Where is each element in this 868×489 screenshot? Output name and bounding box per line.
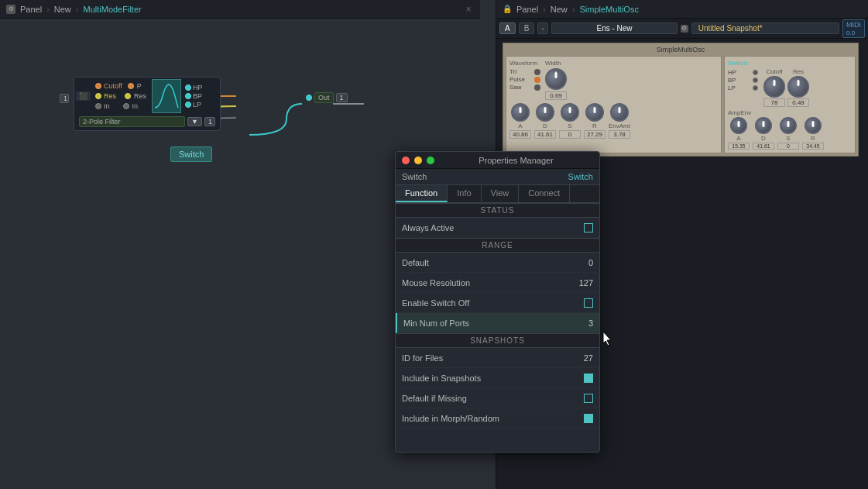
mmf-r-knob[interactable] xyxy=(805,117,822,134)
include-in-snapshots-label: Include in Snapshots xyxy=(402,374,481,383)
min-num-ports-row[interactable]: Min Num of Ports 3 xyxy=(396,313,599,333)
default-if-missing-row: Default if Missing xyxy=(396,388,599,408)
res-knob[interactable] xyxy=(787,76,809,98)
hp-led[interactable] xyxy=(753,70,758,75)
breadcrumb-module: MultiModeFilter xyxy=(84,5,142,14)
in-out-port[interactable] xyxy=(123,103,129,109)
right-breadcrumb-new: New xyxy=(551,5,568,14)
switch-node[interactable]: Switch xyxy=(170,146,212,162)
lp-led[interactable] xyxy=(753,85,758,91)
osc-section: Waveform Tri Pulse Saw Width 0.69 xyxy=(506,56,722,153)
a-knob[interactable] xyxy=(511,103,530,122)
include-in-morph-checkbox[interactable] xyxy=(584,414,593,423)
right-breadcrumb-module: SimpleMultiOsc xyxy=(580,5,639,14)
tab-minus[interactable]: - xyxy=(537,22,548,34)
snapshot-label[interactable]: Untitled Snapshot* xyxy=(691,22,839,34)
tab-view[interactable]: View xyxy=(482,185,520,202)
bp-port[interactable] xyxy=(185,93,191,99)
width-section: Width 0.69 xyxy=(545,60,567,100)
include-in-morph-row: Include in Morph/Random xyxy=(396,408,599,429)
midi-label: MIDI 0.0 xyxy=(842,19,865,38)
mmf-section: Switch HP BP LP Cutoff 78 Res xyxy=(724,56,856,153)
props-title: Properties Manager xyxy=(439,156,593,165)
snapshots-header: SNAPSHOTS xyxy=(396,333,599,348)
cutoff-port[interactable] xyxy=(95,83,101,89)
props-bottom-space xyxy=(396,429,599,452)
include-in-morph-label: Include in Morph/Random xyxy=(402,414,499,423)
lock-icon: 🔒 xyxy=(503,5,512,13)
pulse-led[interactable] xyxy=(534,77,540,83)
close-traffic-light[interactable] xyxy=(402,157,410,164)
mouse-resolution-label: Mouse Resolution xyxy=(402,278,470,288)
filter-module: ⬛ Cutoff P Res Res xyxy=(74,77,221,131)
range-header: RANGE xyxy=(396,238,599,253)
lp-port[interactable] xyxy=(185,102,191,108)
props-module-name: Switch xyxy=(402,172,427,181)
res-out-port[interactable] xyxy=(125,93,131,99)
synth-title: SimpleMultiOsc xyxy=(506,46,856,53)
ampenv-label: AmpEnv xyxy=(728,109,852,116)
id-for-files-value: 27 xyxy=(584,353,593,363)
saw-led[interactable] xyxy=(534,84,540,91)
width-knob[interactable] xyxy=(545,68,567,90)
props-module-link[interactable]: Switch xyxy=(568,172,593,181)
filter-curve xyxy=(153,81,180,112)
snapshot-icon: ⚙ xyxy=(681,25,688,33)
mmf-s-knob[interactable] xyxy=(780,117,797,134)
synth-display: SimpleMultiOsc Waveform Tri Pulse Saw Wi… xyxy=(503,43,859,157)
cutoff-out-port[interactable] xyxy=(128,83,134,89)
cutoff-knob[interactable] xyxy=(763,76,785,98)
props-header: Switch Switch xyxy=(396,169,599,185)
adsr-section: A 40.86 D 41.61 S 0 xyxy=(509,103,718,139)
maximize-traffic-light[interactable] xyxy=(427,157,434,164)
tab-connect[interactable]: Connect xyxy=(519,185,570,202)
ensemble-tab-row: A B - Ens - New ⚙ Untitled Snapshot* MID… xyxy=(496,19,868,39)
enable-switch-off-checkbox[interactable] xyxy=(584,298,593,308)
always-active-row: Always Active xyxy=(396,218,599,238)
tab-b[interactable]: B xyxy=(519,22,535,34)
id-for-files-label: ID for Files xyxy=(402,353,443,363)
mmf-switch-label: Switch xyxy=(728,60,852,67)
width-value: 0.69 xyxy=(545,91,567,100)
s-knob[interactable] xyxy=(561,103,579,122)
min-num-ports-value: 3 xyxy=(588,319,593,328)
default-if-missing-label: Default if Missing xyxy=(402,394,467,403)
min-num-ports-label: Min Num of Ports xyxy=(403,319,469,328)
close-button[interactable]: × xyxy=(463,4,474,15)
envamt-knob[interactable] xyxy=(610,103,629,122)
bp-led[interactable] xyxy=(753,77,758,83)
mouse-resolution-value: 127 xyxy=(579,278,593,288)
breadcrumb-panel: Panel xyxy=(20,5,42,14)
d-knob[interactable] xyxy=(536,103,554,122)
tab-function[interactable]: Function xyxy=(396,185,448,202)
default-row: Default 0 xyxy=(396,253,599,273)
tab-a[interactable]: A xyxy=(499,22,516,34)
out-node: Out 1 xyxy=(306,92,348,103)
mmf-d-knob[interactable] xyxy=(755,117,772,134)
default-label: Default xyxy=(402,258,429,267)
mmf-modes: HP BP LP xyxy=(728,68,758,92)
include-in-snapshots-row: Include in Snapshots xyxy=(396,368,599,388)
always-active-label: Always Active xyxy=(402,223,454,232)
hp-port[interactable] xyxy=(185,84,191,91)
res-port[interactable] xyxy=(95,93,101,99)
mouse-resolution-row: Mouse Resolution 127 xyxy=(396,273,599,293)
right-breadcrumb-panel: Panel xyxy=(516,5,538,14)
left-title-bar: ⚙ Panel › New › MultiModeFilter × xyxy=(0,0,480,19)
status-header: STATUS xyxy=(396,203,599,218)
mmf-a-knob[interactable] xyxy=(730,117,747,134)
include-in-snapshots-checkbox[interactable] xyxy=(584,374,593,383)
ens-label[interactable]: Ens - New xyxy=(551,22,677,34)
id-for-files-row: ID for Files 27 xyxy=(396,348,599,368)
r-knob[interactable] xyxy=(585,103,604,122)
tri-led[interactable] xyxy=(534,69,540,75)
tab-info[interactable]: Info xyxy=(448,185,481,202)
properties-manager-window: Properties Manager Switch Switch Functio… xyxy=(395,151,600,453)
minimize-traffic-light[interactable] xyxy=(414,157,422,164)
always-active-checkbox[interactable] xyxy=(584,223,593,232)
default-if-missing-checkbox[interactable] xyxy=(584,394,593,403)
in-port[interactable] xyxy=(95,103,101,109)
props-tabs: Function Info View Connect xyxy=(396,185,599,203)
right-title-bar: 🔒 Panel › New › SimpleMultiOsc xyxy=(496,0,868,19)
node-number: 1 xyxy=(60,94,69,103)
